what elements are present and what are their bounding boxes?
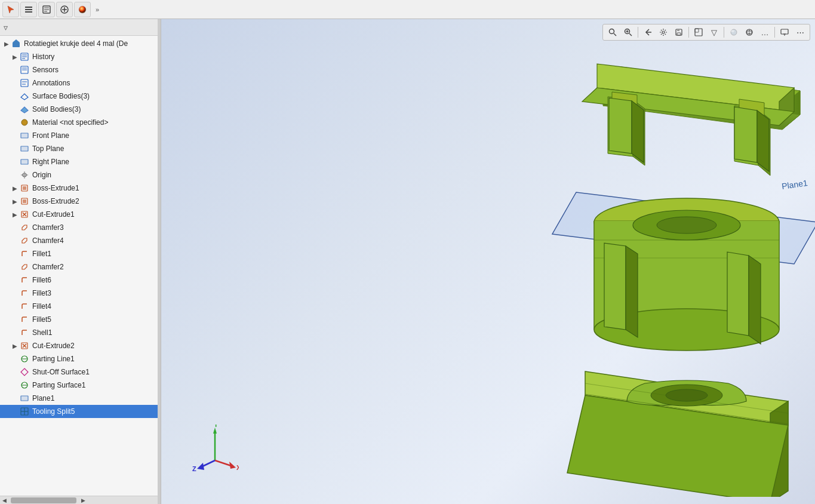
boss-extrude1-icon	[19, 183, 30, 193]
tree-item-fillet6[interactable]: Fillet6	[0, 273, 161, 287]
boss-extrude1-expand-arrow[interactable]: ▶	[11, 184, 19, 192]
tree-item-solid-bodies[interactable]: Solid Bodies(3)	[0, 103, 161, 116]
tree-item-fillet1[interactable]: Fillet1	[0, 247, 161, 260]
chamfer2-expand-arrow	[11, 263, 19, 271]
fillet5-label: Fillet5	[32, 315, 51, 324]
fillet6-icon	[19, 275, 30, 285]
fillet3-expand-arrow	[11, 289, 19, 297]
tree-item-cut-extrude2[interactable]: ▶Cut-Extrude2	[0, 339, 161, 352]
chamfer2-label: Chamfer2	[32, 263, 64, 271]
fillet1-icon	[19, 248, 30, 259]
tree-item-chamfer2[interactable]: Chamfer2	[0, 260, 161, 273]
chamfer3-expand-arrow	[11, 223, 19, 232]
cut-extrude1-expand-arrow[interactable]: ▶	[11, 210, 19, 219]
tree-item-chamfer4[interactable]: Chamfer4	[0, 234, 161, 247]
fillet5-icon	[19, 314, 30, 325]
tree-item-chamfer3[interactable]: Chamfer3	[0, 221, 161, 234]
tree-item-shell1[interactable]: Shell1	[0, 326, 161, 339]
tree-item-boss-extrude1[interactable]: ▶Boss-Extrude1	[0, 182, 161, 195]
tree-item-material[interactable]: Material <not specified>	[0, 116, 161, 129]
tree-item-fillet4[interactable]: Fillet4	[0, 300, 161, 313]
viewport: ▽ … ⋯	[161, 19, 815, 504]
svg-rect-20	[21, 79, 28, 87]
horizontal-scrollbar[interactable]: ◀ ▶	[0, 496, 161, 504]
chamfer2-icon	[19, 262, 30, 272]
boss-extrude2-label: Boss-Extrude2	[32, 197, 79, 205]
filter-bar: ▿	[0, 19, 161, 36]
plane-label: Plane1	[781, 178, 808, 191]
svg-point-93	[657, 217, 716, 233]
front-plane-expand-arrow	[11, 131, 19, 140]
tree-item-plane1[interactable]: Plane1	[0, 392, 161, 405]
svg-marker-84	[609, 98, 632, 153]
svg-rect-0	[25, 7, 32, 8]
svg-marker-114	[197, 463, 204, 470]
svg-marker-98	[727, 252, 749, 336]
left-panel: ▿ ▶ Rotatiegiet krukje deel 4 mal (De ▶H…	[0, 19, 161, 504]
material-label: Material <not specified>	[32, 118, 108, 127]
top-plane-label: Top Plane	[32, 145, 64, 153]
tree-root[interactable]: ▶ Rotatiegiet krukje deel 4 mal (De	[0, 37, 161, 50]
annotations-expand-arrow	[11, 79, 19, 87]
material-expand-arrow	[11, 118, 19, 127]
tree-item-shutoff-surface1[interactable]: Shut-Off Surface1	[0, 365, 161, 379]
tree-item-parting-surface1[interactable]: Parting Surface1	[0, 379, 161, 392]
tree-item-cut-extrude1[interactable]: ▶Cut-Extrude1	[0, 208, 161, 221]
cursor-tool-btn[interactable]	[2, 2, 19, 17]
tree-item-surface-bodies[interactable]: Surface Bodies(3)	[0, 90, 161, 103]
add-tool-btn[interactable]	[56, 2, 73, 17]
svg-marker-37	[22, 225, 27, 230]
surface-bodies-expand-arrow	[11, 92, 19, 100]
tree-item-annotations[interactable]: Annotations	[0, 76, 161, 90]
feature-tree[interactable]: ▶ Rotatiegiet krukje deel 4 mal (De ▶His…	[0, 36, 161, 496]
svg-marker-86	[734, 107, 757, 162]
top-toolbar: »	[0, 0, 815, 19]
solid-bodies-expand-arrow	[11, 105, 19, 113]
svg-rect-25	[21, 146, 28, 151]
solid-bodies-icon	[19, 104, 30, 115]
plane1-label: Plane1	[32, 394, 54, 402]
tree-item-origin[interactable]: Origin	[0, 168, 161, 182]
filter-icon: ▿	[4, 23, 8, 32]
root-expand-arrow[interactable]: ▶	[2, 39, 11, 48]
plane1-expand-arrow	[11, 394, 19, 402]
svg-marker-85	[632, 101, 644, 162]
history-expand-arrow[interactable]: ▶	[11, 53, 19, 61]
tree-item-fillet3[interactable]: Fillet3	[0, 287, 161, 300]
svg-rect-47	[21, 396, 28, 401]
top-plane-expand-arrow	[11, 145, 19, 153]
sensors-icon	[19, 64, 30, 75]
tree-item-sensors[interactable]: Sensors	[0, 63, 161, 76]
fillet3-label: Fillet3	[32, 289, 51, 297]
fillet1-label: Fillet1	[32, 250, 51, 258]
tree-item-tooling-split5[interactable]: Tooling Split5	[0, 405, 161, 418]
svg-marker-108	[213, 428, 217, 434]
more-tools-btn[interactable]: »	[92, 2, 103, 17]
tree-item-top-plane[interactable]: Top Plane	[0, 142, 161, 155]
appearance-tool-btn[interactable]	[74, 2, 91, 17]
tree-item-fillet5[interactable]: Fillet5	[0, 313, 161, 326]
boss-extrude2-expand-arrow[interactable]: ▶	[11, 197, 19, 205]
chamfer4-icon	[19, 235, 30, 246]
tree-item-right-plane[interactable]: Right Plane	[0, 155, 161, 168]
shell1-label: Shell1	[32, 328, 52, 337]
tree-item-parting-line1[interactable]: Parting Line1	[0, 352, 161, 365]
plane1-icon	[19, 393, 30, 404]
cut-extrude2-label: Cut-Extrude2	[32, 342, 75, 350]
tree-item-front-plane[interactable]: Front Plane	[0, 129, 161, 142]
scroll-right-btn[interactable]: ▶	[79, 496, 87, 505]
svg-text:Z: Z	[192, 465, 196, 472]
properties-tool-btn[interactable]	[38, 2, 55, 17]
sensors-label: Sensors	[32, 66, 59, 74]
shutoff-surface1-expand-arrow	[11, 368, 19, 376]
tree-item-boss-extrude2[interactable]: ▶Boss-Extrude2	[0, 195, 161, 208]
solid-bodies-label: Solid Bodies(3)	[32, 105, 81, 113]
cut-extrude2-expand-arrow[interactable]: ▶	[11, 342, 19, 350]
scroll-left-btn[interactable]: ◀	[0, 496, 8, 505]
scroll-thumb[interactable]	[11, 497, 76, 503]
parting-surface1-expand-arrow	[11, 381, 19, 389]
menu-tool-btn[interactable]	[20, 2, 37, 17]
panel-resize-handle[interactable]	[158, 19, 161, 504]
tree-item-history[interactable]: ▶History	[0, 50, 161, 63]
material-icon	[19, 117, 30, 128]
